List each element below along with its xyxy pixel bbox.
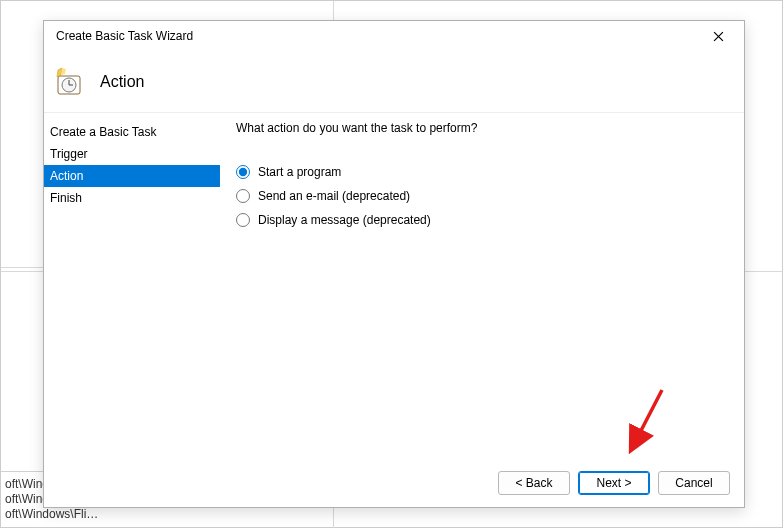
- sidebar-item-label: Action: [50, 169, 83, 183]
- radio-input-send-email[interactable]: [236, 189, 250, 203]
- close-button[interactable]: [700, 22, 736, 50]
- wizard-header: Action: [44, 51, 744, 113]
- sidebar-item-finish[interactable]: Finish: [44, 187, 220, 209]
- titlebar: Create Basic Task Wizard: [44, 21, 744, 51]
- back-button[interactable]: < Back: [498, 471, 570, 495]
- wizard-footer: < Back Next > Cancel: [44, 459, 744, 507]
- radio-display-message[interactable]: Display a message (deprecated): [236, 213, 728, 227]
- radio-label: Send an e-mail (deprecated): [258, 189, 410, 203]
- wizard-icon: [52, 66, 84, 98]
- close-icon: [713, 31, 724, 42]
- sidebar-item-label: Trigger: [50, 147, 88, 161]
- wizard-step-title: Action: [100, 73, 144, 91]
- sidebar-item-create-task[interactable]: Create a Basic Task: [44, 121, 220, 143]
- next-button[interactable]: Next >: [578, 471, 650, 495]
- sidebar-item-trigger[interactable]: Trigger: [44, 143, 220, 165]
- sidebar-item-label: Create a Basic Task: [50, 125, 157, 139]
- wizard-dialog: Create Basic Task Wizard Action Create a…: [43, 20, 745, 508]
- window-title: Create Basic Task Wizard: [56, 29, 700, 43]
- radio-send-email[interactable]: Send an e-mail (deprecated): [236, 189, 728, 203]
- action-prompt: What action do you want the task to perf…: [236, 121, 728, 135]
- wizard-sidebar: Create a Basic Task Trigger Action Finis…: [44, 113, 220, 459]
- radio-label: Start a program: [258, 165, 341, 179]
- radio-input-start-program[interactable]: [236, 165, 250, 179]
- action-radio-group: Start a program Send an e-mail (deprecat…: [236, 165, 728, 227]
- bg-text: oft\Windows\Fli…: [5, 507, 97, 522]
- radio-label: Display a message (deprecated): [258, 213, 431, 227]
- radio-input-display-message[interactable]: [236, 213, 250, 227]
- sidebar-item-label: Finish: [50, 191, 82, 205]
- radio-start-program[interactable]: Start a program: [236, 165, 728, 179]
- sidebar-item-action[interactable]: Action: [44, 165, 220, 187]
- wizard-content: What action do you want the task to perf…: [220, 113, 744, 459]
- cancel-button[interactable]: Cancel: [658, 471, 730, 495]
